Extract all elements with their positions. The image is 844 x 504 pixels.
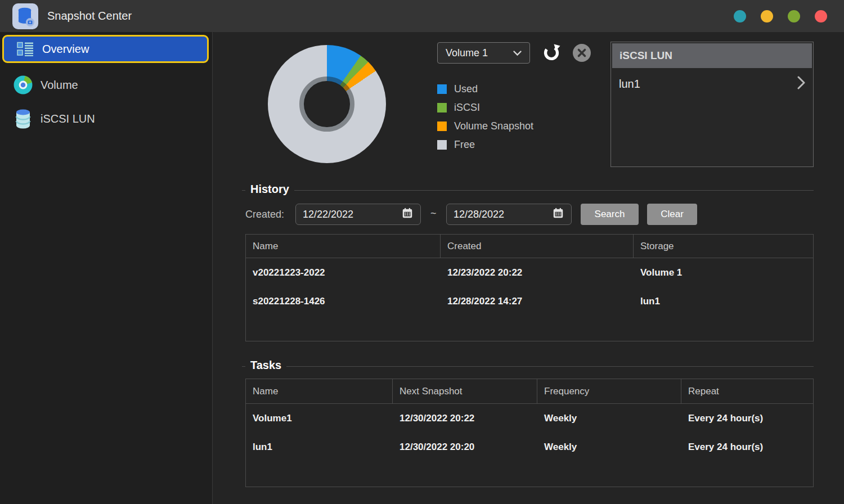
legend-item-iscsi: iSCSI [437, 98, 533, 117]
title-bar: Snapshot Center [0, 0, 844, 33]
date-from-input[interactable] [303, 209, 387, 220]
iscsi-lun-db-icon [14, 109, 33, 128]
task-row[interactable]: lun1 12/30/2022 20:20 Weekly Every 24 ho… [246, 433, 813, 461]
cell-name: lun1 [246, 442, 393, 453]
tasks-divider [242, 366, 814, 367]
cell-repeat: Every 24 hour(s) [681, 442, 813, 453]
search-button[interactable]: Search [581, 204, 639, 225]
legend-label: Free [454, 139, 475, 151]
refresh-button[interactable] [542, 43, 561, 62]
usage-donut [268, 45, 386, 163]
legend-label: Used [454, 83, 478, 95]
chevron-down-icon [513, 47, 522, 59]
volume-select[interactable]: Volume 1 [437, 42, 530, 64]
history-row[interactable]: v20221223-2022 12/23/2022 20:22 Volume 1 [246, 258, 813, 287]
cell-name: Volume1 [246, 413, 393, 424]
snapshot-center-app-icon [12, 3, 38, 29]
date-from-field[interactable] [295, 204, 421, 225]
status-dot-green[interactable] [788, 10, 800, 22]
lun-list-item[interactable]: lun1 [611, 69, 813, 98]
legend-label: iSCSI [454, 102, 480, 114]
donut-inner-ring [299, 76, 354, 132]
iscsi-lun-panel-header: iSCSI LUN [612, 43, 812, 68]
cell-name: v20221223-2022 [246, 267, 441, 278]
history-col-storage[interactable]: Storage [634, 235, 813, 258]
close-button[interactable] [572, 43, 591, 62]
legend-item-free: Free [437, 136, 533, 154]
legend-swatch [437, 140, 447, 150]
snapshot-center-window: Snapshot Center Overview [0, 0, 844, 504]
history-col-name[interactable]: Name [246, 235, 441, 258]
cell-repeat: Every 24 hour(s) [681, 413, 813, 424]
overview-page: Volume 1 Used iSCSI [213, 32, 844, 504]
history-col-created[interactable]: Created [441, 235, 634, 258]
sidebar-item-iscsi-lun[interactable]: iSCSI LUN [0, 103, 213, 134]
sidebar-item-volume[interactable]: Volume [0, 69, 213, 101]
tasks-col-name[interactable]: Name [246, 379, 393, 403]
sidebar-item-label: Overview [42, 43, 89, 56]
cell-storage: lun1 [634, 296, 813, 307]
volume-pie-icon [14, 75, 33, 94]
date-to-input[interactable] [454, 209, 538, 220]
lun-name: lun1 [619, 78, 640, 91]
tasks-table-header: Name Next Snapshot Frequency Repeat [246, 379, 813, 404]
donut-legend: Used iSCSI Volume Snapshot Free [437, 80, 533, 154]
tasks-section-title: Tasks [245, 359, 286, 372]
calendar-icon[interactable] [401, 207, 414, 222]
tasks-col-next-snapshot[interactable]: Next Snapshot [393, 379, 537, 403]
cell-created: 12/23/2022 20:22 [441, 267, 634, 278]
legend-swatch [437, 84, 447, 94]
history-table: Name Created Storage v20221223-2022 12/2… [245, 234, 814, 341]
volume-select-value: Volume 1 [446, 47, 488, 59]
app-title: Snapshot Center [47, 0, 132, 32]
overview-list-icon [16, 39, 35, 58]
cell-next-snapshot: 12/30/2022 20:20 [393, 442, 537, 453]
cell-frequency: Weekly [537, 413, 681, 424]
sidebar-item-label: Volume [41, 79, 78, 92]
legend-item-used: Used [437, 80, 533, 98]
sidebar-item-label: iSCSI LUN [41, 112, 95, 125]
calendar-icon[interactable] [552, 207, 564, 222]
cell-name: s20221228-1426 [246, 296, 441, 307]
legend-label: Volume Snapshot [454, 120, 533, 132]
history-section-title: History [245, 183, 294, 196]
refresh-icon [542, 43, 561, 62]
legend-swatch [437, 122, 447, 131]
tasks-col-frequency[interactable]: Frequency [537, 379, 681, 403]
close-icon [572, 43, 591, 62]
legend-item-volume-snapshot: Volume Snapshot [437, 117, 533, 136]
date-range-separator: ~ [430, 208, 437, 219]
history-row[interactable]: s20221228-1426 12/28/2022 14:27 lun1 [246, 287, 813, 316]
cell-storage: Volume 1 [634, 267, 813, 278]
iscsi-lun-panel: iSCSI LUN lun1 [610, 42, 814, 167]
chevron-right-icon [797, 76, 805, 92]
clear-button[interactable]: Clear [647, 204, 697, 225]
created-label: Created: [245, 209, 284, 220]
cell-frequency: Weekly [537, 442, 681, 453]
task-row[interactable]: Volume1 12/30/2022 20:22 Weekly Every 24… [246, 404, 813, 433]
tasks-col-repeat[interactable]: Repeat [681, 379, 813, 403]
history-table-header: Name Created Storage [246, 235, 813, 258]
sidebar-item-overview[interactable]: Overview [2, 35, 209, 63]
tasks-table: Name Next Snapshot Frequency Repeat Volu… [245, 379, 814, 487]
cell-created: 12/28/2022 14:27 [441, 296, 634, 307]
status-dot-teal[interactable] [734, 10, 746, 22]
history-divider [242, 190, 814, 191]
status-dot-yellow[interactable] [761, 10, 773, 22]
cell-next-snapshot: 12/30/2022 20:22 [393, 413, 537, 424]
legend-swatch [437, 103, 447, 112]
date-to-field[interactable] [446, 204, 572, 225]
sidebar: Overview Volume [0, 32, 213, 504]
status-dot-red[interactable] [815, 10, 827, 22]
status-dot-group [734, 0, 827, 32]
